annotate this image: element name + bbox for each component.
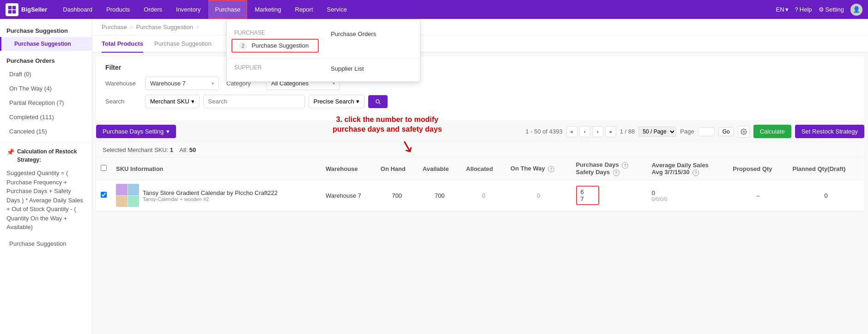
product-sub-name: Tansy-Calendar + wooden #2 <box>143 196 278 202</box>
pagination-current: 1 / 88 <box>620 128 635 135</box>
search-type-value: Merchant SKU <box>150 98 189 105</box>
set-restock-strategy-button[interactable]: Set Restock Strategy <box>795 125 864 138</box>
per-page-select[interactable]: 50 / Page <box>638 127 676 137</box>
warehouse-select[interactable]: Warehouse 7 ▾ <box>145 77 219 90</box>
row-purchase-days[interactable]: 6 7 <box>571 180 647 211</box>
purchase-days-setting-button[interactable]: Purchase Days Setting ▾ <box>96 125 176 138</box>
sidebar-item-purchase-suggestion[interactable]: Purchase Suggestion <box>0 37 92 51</box>
sidebar-item-purchase-suggestion-bottom[interactable]: Purchase Suggestion <box>0 237 92 251</box>
th-available: Available <box>418 158 461 180</box>
row-allocated: 0 <box>461 180 506 211</box>
tab-total-products[interactable]: Total Products <box>102 36 143 53</box>
main-layout: Purchase Suggestion Purchase Suggestion … <box>0 19 868 334</box>
pagination-range: 1 - 50 of 4393 <box>526 128 563 135</box>
sidebar-item-partial-reception[interactable]: Partial Reception (7) <box>0 96 92 110</box>
filter-title: Filter <box>105 64 855 71</box>
go-button[interactable]: Go <box>718 127 734 136</box>
thumb-cell-1 <box>116 184 127 195</box>
th-checkbox <box>96 158 111 180</box>
filter-row-search: Search Merchant SKU ▾ Precise Search ▾ <box>105 95 855 108</box>
dropdown-purchase-label: Purchase <box>227 28 323 39</box>
toolbar: Purchase Days Setting ▾ 1 - 50 of 4393 «… <box>92 120 868 143</box>
nav-dashboard[interactable]: Dashboard <box>56 0 99 19</box>
breadcrumb-purchase-suggestion[interactable]: Purchase Suggestion <box>136 24 194 30</box>
nav-purchase[interactable]: Purchase <box>208 0 248 19</box>
help-button[interactable]: ? Help <box>795 6 812 13</box>
row-checkbox[interactable] <box>101 192 107 198</box>
brand-name: BigSeller <box>21 6 47 13</box>
breadcrumb-purchase[interactable]: Purchase <box>102 24 127 30</box>
nav-products[interactable]: Products <box>100 0 136 19</box>
tab-purchase-suggestion[interactable]: Purchase Suggestion <box>154 36 212 53</box>
th-sku-info: SKU Information <box>111 158 321 180</box>
svg-rect-3 <box>12 10 16 13</box>
pin-icon: 📌 <box>6 147 14 157</box>
th-allocated: Allocated <box>461 158 506 180</box>
calculate-button[interactable]: Calculate <box>753 125 791 138</box>
sidebar-calculation-text: Suggested Quantity = ( Purchase Frequenc… <box>6 170 83 231</box>
dropdown-purchase-suggestion[interactable]: 2 Purchase Suggestion <box>231 39 319 53</box>
row-available: 700 <box>418 180 461 211</box>
filter-section: Filter Warehouse Warehouse 7 ▾ Category … <box>96 56 864 120</box>
table-settings-button[interactable] <box>738 126 750 138</box>
page-input[interactable] <box>698 127 715 136</box>
dropdown-supplier-label: Supplier <box>227 62 323 73</box>
svg-rect-2 <box>8 10 12 13</box>
product-name: Tansy Store Gradient Calendar by Piccho … <box>143 189 278 202</box>
product-thumbnail <box>116 184 139 207</box>
table-header: SKU Information Warehouse On Hand Availa… <box>96 158 864 180</box>
avg-breakdown-value: 0/0/0/0 <box>652 196 724 202</box>
warehouse-chevron: ▾ <box>212 81 214 86</box>
table-meta: Selected Merchant SKU: 1 All: 50 <box>96 143 864 158</box>
nav-marketing[interactable]: Marketing <box>248 0 287 19</box>
sidebar: Purchase Suggestion Purchase Suggestion … <box>0 19 92 334</box>
search-label: Search <box>105 98 138 105</box>
page-first-button[interactable]: « <box>566 126 577 137</box>
sidebar-section-purchase-suggestion: Purchase Suggestion Purchase Suggestion <box>0 23 92 51</box>
row-proposed-qty: – <box>728 180 788 211</box>
dropdown-supplier-list[interactable]: Supplier List <box>323 62 420 75</box>
toolbar-right: 1 - 50 of 4393 « ‹ › » 1 / 88 50 / Page … <box>526 125 864 138</box>
language-selector[interactable]: EN ▾ <box>776 6 788 13</box>
nav-orders[interactable]: Orders <box>137 0 169 19</box>
user-avatar[interactable]: 👤 <box>850 4 862 16</box>
page-last-button[interactable]: » <box>605 126 616 137</box>
page-next-button[interactable]: › <box>592 126 603 137</box>
all-label: All: <box>179 146 188 153</box>
nav-service[interactable]: Service <box>321 0 353 19</box>
breadcrumb: Purchase > Purchase Suggestion > <box>92 19 868 36</box>
sidebar-item-canceled[interactable]: Canceled (15) <box>0 124 92 139</box>
precise-search-button[interactable]: Precise Search ▾ <box>309 95 364 108</box>
toolbar-left: Purchase Days Setting ▾ <box>96 125 176 138</box>
search-row: Merchant SKU ▾ Precise Search ▾ <box>145 95 388 108</box>
tabs-bar: Total Products Purchase Suggestion <box>92 36 868 53</box>
sidebar-item-draft[interactable]: Draft (0) <box>0 67 92 81</box>
dropdown-purchase-orders[interactable]: Purchase Orders <box>323 28 420 40</box>
search-type-select[interactable]: Merchant SKU ▾ <box>145 95 200 108</box>
nav-inventory[interactable]: Inventory <box>170 0 207 19</box>
safety-days-info-icon: ? <box>613 170 619 176</box>
top-navigation: BigSeller Dashboard Products Orders Inve… <box>0 0 868 19</box>
search-icon <box>375 98 381 105</box>
sidebar-item-on-the-way[interactable]: On The Way (4) <box>0 81 92 96</box>
breadcrumb-sep2: > <box>196 24 200 30</box>
thumb-cell-3 <box>116 196 127 207</box>
th-proposed-qty: Proposed Qty <box>728 158 788 180</box>
nav-items: Dashboard Products Orders Inventory Purc… <box>56 0 776 19</box>
search-input[interactable] <box>203 95 305 108</box>
products-table: SKU Information Warehouse On Hand Availa… <box>96 158 864 211</box>
svg-point-4 <box>743 131 745 133</box>
purchase-days-value-cell[interactable]: 6 7 <box>576 186 599 205</box>
page-prev-button[interactable]: ‹ <box>579 126 590 137</box>
nav-report[interactable]: Report <box>289 0 320 19</box>
brand-logo[interactable]: BigSeller <box>6 3 47 16</box>
sidebar-item-completed[interactable]: Completed (111) <box>0 110 92 124</box>
on-the-way-info-icon: ? <box>548 166 554 172</box>
select-all-checkbox[interactable] <box>101 165 107 171</box>
thumb-cell-4 <box>128 196 140 207</box>
search-button[interactable] <box>368 95 388 108</box>
setting-button[interactable]: ⚙ Setting <box>819 6 844 13</box>
row-sku-info: Tansy Store Gradient Calendar by Piccho … <box>111 180 321 211</box>
purchase-days-value: 6 <box>581 188 595 195</box>
precise-search-label: Precise Search <box>314 98 354 105</box>
